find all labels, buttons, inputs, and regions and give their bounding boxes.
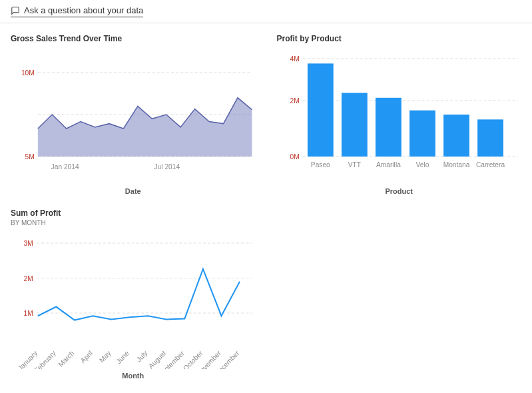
svg-text:April: April [79,349,94,364]
sum-profit-title: Sum of Profit [11,208,256,218]
ask-question-label: Ask a question about your data [24,5,143,15]
svg-text:10M: 10M [21,69,35,77]
profit-product-panel: Profit by Product 4M 2M 0M Paseo VTT [266,29,533,203]
gross-sales-svg: 10M 5M Jan 2014 Jul 2014 [11,45,256,185]
svg-text:March: March [57,349,76,368]
svg-text:5M: 5M [25,153,35,161]
gross-sales-x-label: Date [11,187,256,195]
svg-text:February: February [33,349,57,369]
chat-icon [11,6,20,15]
gross-sales-chart: 10M 5M Jan 2014 Jul 2014 [11,45,256,185]
svg-text:1M: 1M [24,310,33,317]
sum-profit-subtitle: BY MONTH [11,219,256,226]
sum-profit-svg: 3M 2M 1M January February March April Ma… [11,229,256,369]
sum-profit-x-label: Month [11,372,256,380]
svg-text:0M: 0M [290,153,299,161]
svg-text:July: July [135,349,149,364]
gross-sales-title: Gross Sales Trend Over Time [11,34,256,43]
svg-text:May: May [98,349,113,364]
svg-text:Velo: Velo [415,161,429,169]
bar-velo [409,111,435,157]
svg-text:Carretera: Carretera [476,161,505,169]
sum-profit-panel: Sum of Profit BY MONTH 3M 2M 1M Jan [0,203,266,388]
profit-product-x-label: Product [277,187,522,195]
svg-text:3M: 3M [24,240,33,247]
svg-text:Jan 2014: Jan 2014 [51,163,79,171]
bar-amarilla [376,98,401,157]
svg-text:Jul 2014: Jul 2014 [154,163,180,171]
bar-carretera [477,119,503,157]
ask-question-bar[interactable]: Ask a question about your data [11,5,143,17]
profit-product-chart: 4M 2M 0M Paseo VTT Amarilla Velo Mon [277,45,522,185]
svg-text:2M: 2M [290,97,299,105]
sum-profit-chart: 3M 2M 1M January February March April Ma… [11,229,256,369]
svg-text:June: June [115,349,131,365]
bar-paseo [307,63,333,157]
svg-text:Montana: Montana [443,161,469,169]
gross-sales-panel: Gross Sales Trend Over Time 10M 5M Jan 2… [0,29,266,203]
svg-text:2M: 2M [24,275,33,282]
profit-product-svg: 4M 2M 0M Paseo VTT Amarilla Velo Mon [277,45,522,185]
svg-text:Paseo: Paseo [310,161,330,169]
profit-product-title: Profit by Product [277,34,522,43]
top-bar: Ask a question about your data [0,0,532,23]
bar-montana [443,115,469,157]
svg-text:4M: 4M [290,55,299,63]
charts-container: Gross Sales Trend Over Time 10M 5M Jan 2… [0,23,532,393]
bar-vtt [341,93,367,157]
svg-text:VTT: VTT [348,161,361,169]
svg-text:Amarilla: Amarilla [376,161,400,169]
